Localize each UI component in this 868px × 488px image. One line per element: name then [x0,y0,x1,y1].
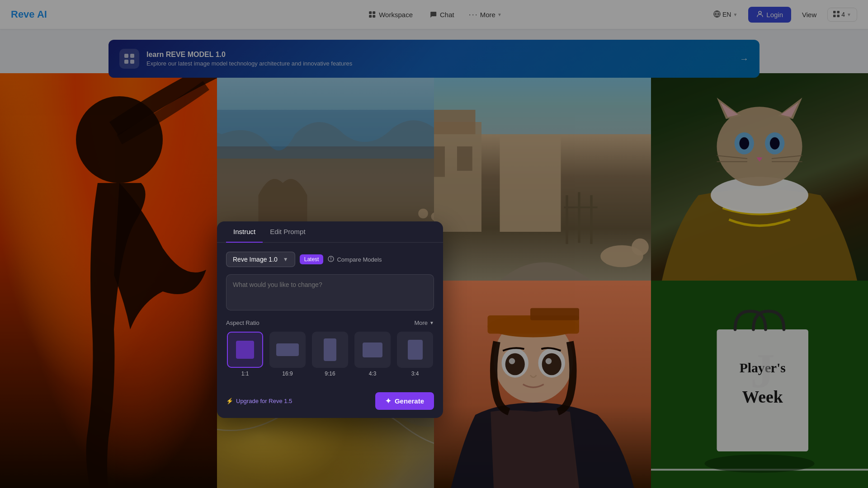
svg-point-63 [330,259,331,260]
aspect-3-4-box [397,332,433,368]
aspect-9-16-box [312,332,348,368]
selector-chevron-icon: ▼ [283,256,288,263]
aspect-1-1-shape [236,341,254,359]
aspect-9-16-shape [324,338,336,361]
aspect-3-4[interactable]: 3:4 [396,332,434,377]
instruct-modal: Instruct Edit Prompt Reve Image 1.0 ▼ La… [217,221,443,418]
aspect-4-3[interactable]: 4:3 [354,332,392,377]
aspect-9-16[interactable]: 9:16 [311,332,349,377]
aspect-1-1[interactable]: 1:1 [226,332,264,377]
modal-footer: ⚡ Upgrade for Reve 1.5 ✦ Generate [217,386,443,418]
aspect-ratio-label: Aspect Ratio [226,319,259,326]
generate-button[interactable]: ✦ Generate [375,392,434,410]
latest-badge: Latest [300,254,324,264]
model-name-label: Reve Image 1.0 [233,256,278,263]
aspect-4-3-shape [363,343,382,357]
aspect-16-9-label: 16:9 [282,371,292,377]
compare-models-btn[interactable]: Compare Models [328,256,382,263]
prompt-input[interactable] [226,274,434,310]
aspect-16-9-box [269,332,306,368]
aspect-3-4-label: 3:4 [411,371,419,377]
tab-instruct[interactable]: Instruct [226,221,263,243]
aspect-options: 1:1 16:9 9:16 [226,332,434,377]
upgrade-label: Upgrade for Reve 1.5 [236,398,292,404]
compare-icon [328,256,334,263]
aspect-ratio-section: Aspect Ratio More ▼ 1:1 [226,319,434,377]
aspect-ratio-header: Aspect Ratio More ▼ [226,319,434,326]
aspect-16-9-shape [276,343,299,356]
aspect-1-1-box [227,332,263,368]
generate-sparkle-icon: ✦ [385,397,391,405]
generate-label: Generate [395,397,424,405]
tab-edit-prompt[interactable]: Edit Prompt [263,221,312,243]
modal-body: Reve Image 1.0 ▼ Latest Compare Models [217,243,443,386]
modal-overlay[interactable]: Instruct Edit Prompt Reve Image 1.0 ▼ La… [0,0,868,488]
modal-tabs: Instruct Edit Prompt [217,221,443,243]
aspect-1-1-label: 1:1 [241,371,249,377]
aspect-16-9[interactable]: 16:9 [269,332,307,377]
model-selector[interactable]: Reve Image 1.0 ▼ [226,252,295,267]
model-selector-row: Reve Image 1.0 ▼ Latest Compare Models [226,252,434,267]
aspect-more-btn[interactable]: More ▼ [414,319,434,326]
upgrade-icon: ⚡ [226,398,233,404]
aspect-9-16-label: 9:16 [325,371,335,377]
aspect-more-chevron-icon: ▼ [429,320,434,325]
aspect-3-4-shape [408,340,423,360]
compare-models-label: Compare Models [337,256,382,263]
aspect-more-label: More [414,319,428,326]
upgrade-button[interactable]: ⚡ Upgrade for Reve 1.5 [226,398,292,404]
aspect-4-3-label: 4:3 [369,371,377,377]
aspect-4-3-box [354,332,391,368]
